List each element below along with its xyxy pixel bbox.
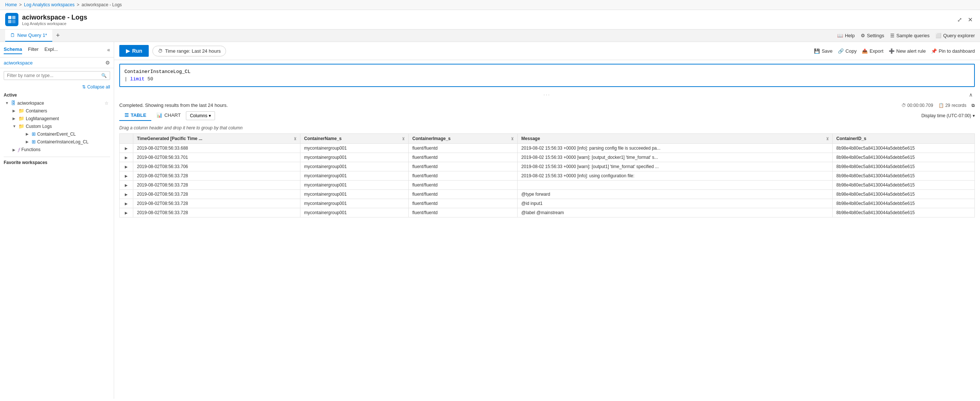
- expand-row-button[interactable]: ▶: [123, 155, 129, 160]
- expand-row-button[interactable]: ▶: [123, 183, 129, 187]
- columns-label: Columns: [190, 113, 207, 118]
- restore-button[interactable]: ⤢: [955, 15, 964, 25]
- time-range-button[interactable]: ⏱ Time range: Last 24 hours: [153, 46, 226, 56]
- close-button[interactable]: ✕: [966, 15, 975, 25]
- time-range-label: Time range: Last 24 hours: [165, 48, 221, 54]
- chevron-down-icon: ▾: [973, 113, 975, 118]
- export-button[interactable]: 📤 Export: [862, 48, 883, 54]
- tree-item-containerinstancelog-cl[interactable]: ▶ ⊞ ContainerInstanceLog_CL: [24, 138, 110, 145]
- settings-button[interactable]: ⚙ Settings: [861, 33, 884, 38]
- search-icon: 🔍: [101, 73, 107, 78]
- pin-to-dashboard-button[interactable]: 📌 Pin to dashboard: [931, 48, 975, 54]
- sidebar-tab-bar: Schema Filter Expl... «: [0, 42, 114, 58]
- tab-chart[interactable]: 📊 CHART: [151, 110, 186, 121]
- sidebar-tab-schema[interactable]: Schema: [4, 45, 22, 54]
- query-explorer-button[interactable]: ⬜ Query explorer: [935, 33, 975, 38]
- workspace-name: aciworkspace: [17, 101, 44, 106]
- cell-container-image: fluent/fluentd: [409, 162, 518, 171]
- cell-container-id: 8b98e4b80ec5a84130044a5debb5e615: [832, 171, 974, 181]
- collapse-all-label: Collapse all: [87, 85, 110, 89]
- expand-cell[interactable]: ▶: [120, 171, 133, 181]
- help-icon: 📖: [837, 33, 843, 38]
- expand-row-button[interactable]: ▶: [123, 165, 129, 169]
- filter-icon[interactable]: ⊻: [826, 137, 829, 141]
- tab-table[interactable]: ☰ TABLE: [119, 110, 151, 121]
- save-label: Save: [822, 48, 833, 54]
- drag-hint: Drag a column header and drop it here to…: [119, 124, 975, 133]
- expand-cell[interactable]: ▶: [120, 181, 133, 190]
- workspace-link[interactable]: aciworkspace: [4, 60, 33, 66]
- collapse-all-icon: ⇅: [82, 85, 86, 89]
- cell-container-image: fluent/fluentd: [409, 208, 518, 217]
- expand-cell[interactable]: ▶: [120, 190, 133, 199]
- cell-message: @type forward: [518, 190, 833, 199]
- data-table: TimeGenerated [Pacific Time ... ⊻ Contai…: [119, 133, 975, 217]
- svg-rect-2: [8, 20, 11, 23]
- sidebar-tab-expl[interactable]: Expl...: [45, 45, 58, 54]
- tree-item-aciworkspace[interactable]: ▼ 🗄 aciworkspace ☆: [4, 99, 110, 107]
- help-button[interactable]: 📖 Help: [837, 33, 855, 38]
- expand-row-button[interactable]: ▶: [123, 192, 129, 197]
- tree-item-functions[interactable]: ▶ 𝑓 Functions: [11, 145, 110, 154]
- function-icon: 𝑓: [18, 147, 20, 153]
- run-button[interactable]: ▶ Run: [119, 45, 149, 57]
- expand-row-button[interactable]: ▶: [123, 174, 129, 178]
- save-button[interactable]: 💾 Save: [814, 48, 833, 54]
- copy-button[interactable]: 🔗 Copy: [838, 48, 857, 54]
- tree-item-containerevent-cl[interactable]: ▶ ⊞ ContainerEvent_CL: [24, 130, 110, 138]
- new-alert-label: New alert rule: [896, 48, 926, 54]
- cell-container-id: 8b98e4b80ec5a84130044a5debb5e615: [832, 181, 974, 190]
- cell-container-image: fluent/fluentd: [409, 153, 518, 162]
- expand-cell[interactable]: ▶: [120, 208, 133, 217]
- expand-cell[interactable]: ▶: [120, 153, 133, 162]
- expand-row-button[interactable]: ▶: [123, 211, 129, 215]
- breadcrumb-home[interactable]: Home: [5, 2, 17, 7]
- expand-row-button[interactable]: ▶: [123, 201, 129, 206]
- tree-item-containers[interactable]: ▶ 📁 Containers: [11, 107, 110, 115]
- display-time[interactable]: Display time (UTC-07:00) ▾: [921, 113, 975, 118]
- export-label: Export: [870, 48, 883, 54]
- app-icon: [5, 13, 18, 26]
- cell-container-id: 8b98e4b80ec5a84130044a5debb5e615: [832, 199, 974, 208]
- sidebar-tab-filter[interactable]: Filter: [28, 45, 39, 54]
- expand-row-button[interactable]: ▶: [123, 146, 129, 150]
- cell-container-id: 8b98e4b80ec5a84130044a5debb5e615: [832, 153, 974, 162]
- columns-button[interactable]: Columns ▾: [186, 111, 215, 120]
- sample-queries-button[interactable]: ☰ Sample queries: [890, 33, 929, 38]
- breadcrumb-workspaces[interactable]: Log Analytics workspaces: [24, 2, 74, 7]
- tree-item-logmanagement[interactable]: ▶ 📁 LogManagement: [11, 115, 110, 122]
- cell-container-name: mycontainergroup001: [300, 181, 408, 190]
- settings-icon: ⚙: [861, 33, 865, 38]
- table-row: ▶ 2019-08-02T08:56:33.688 mycontainergro…: [120, 144, 975, 153]
- tab-new-query-1[interactable]: 🗒 New Query 1*: [5, 29, 52, 42]
- query-editor[interactable]: ContainerInstanceLog_CL | limit 50: [119, 64, 975, 87]
- expand-cell[interactable]: ▶: [120, 199, 133, 208]
- new-alert-rule-button[interactable]: ➕ New alert rule: [889, 48, 926, 54]
- workspace-settings-button[interactable]: ⚙: [105, 60, 110, 66]
- filter-icon[interactable]: ⊻: [294, 137, 296, 141]
- breadcrumb: Home > Log Analytics workspaces > aciwor…: [0, 0, 980, 10]
- duration-value: 00:00:00.709: [907, 103, 933, 108]
- sample-queries-label: Sample queries: [896, 33, 929, 38]
- cell-container-id: 8b98e4b80ec5a84130044a5debb5e615: [832, 144, 974, 153]
- filter-icon[interactable]: ⊻: [511, 137, 514, 141]
- search-input[interactable]: [7, 73, 99, 78]
- cell-time: 2019-08-02T08:56:33.706: [133, 162, 301, 171]
- favorite-star-icon[interactable]: ☆: [105, 101, 108, 106]
- new-alert-icon: ➕: [889, 48, 894, 54]
- filter-icon[interactable]: ⊻: [402, 137, 404, 141]
- run-icon: ▶: [126, 48, 130, 54]
- sidebar-collapse-button[interactable]: «: [107, 47, 110, 53]
- collapse-editor-button[interactable]: ∧: [969, 92, 973, 97]
- favorite-workspaces-title: Favorite workspaces: [4, 160, 110, 165]
- copy-results-button[interactable]: ⧉: [972, 103, 975, 108]
- tree-item-customlogs[interactable]: ▼ 📁 Custom Logs: [11, 122, 110, 130]
- collapse-all-button[interactable]: ⇅ Collapse all: [82, 85, 110, 89]
- svg-rect-3: [12, 20, 16, 23]
- add-tab-button[interactable]: +: [52, 29, 64, 42]
- expand-cell[interactable]: ▶: [120, 162, 133, 171]
- export-icon: 📤: [862, 48, 868, 54]
- breadcrumb-sep2: >: [76, 2, 79, 7]
- results-area: Completed. Showing results from the last…: [114, 99, 980, 399]
- expand-cell[interactable]: ▶: [120, 144, 133, 153]
